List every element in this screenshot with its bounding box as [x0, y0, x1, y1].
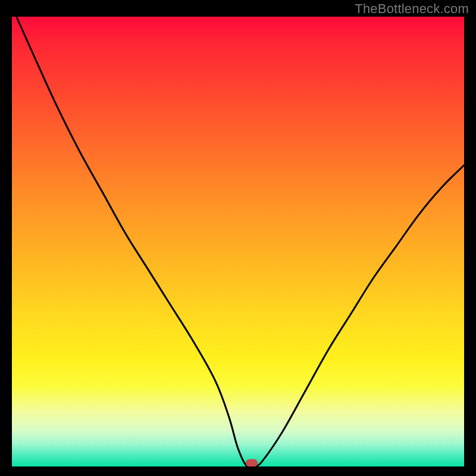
bottleneck-curve: [12, 17, 464, 466]
watermark-text: TheBottleneck.com: [355, 1, 469, 17]
chart-frame: TheBottleneck.com: [0, 0, 476, 476]
bottleneck-marker-icon: [246, 459, 258, 466]
plot-area: [12, 17, 464, 466]
